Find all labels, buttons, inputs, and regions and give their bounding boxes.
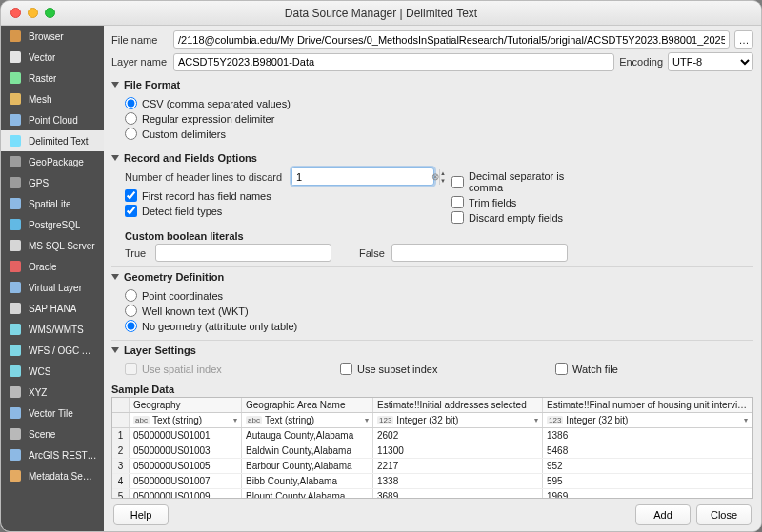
column-header[interactable]: Estimate!!Final number of housing unit i… bbox=[543, 398, 752, 412]
help-button[interactable]: Help bbox=[113, 504, 169, 525]
sidebar-item-label: Scene bbox=[29, 429, 55, 440]
spin-up-icon[interactable]: ▲ bbox=[440, 169, 446, 177]
sidebar-item-ms-sql-server[interactable]: MS SQL Server bbox=[1, 235, 104, 256]
true-input[interactable] bbox=[155, 244, 331, 262]
svg-rect-14 bbox=[10, 324, 21, 335]
svg-rect-13 bbox=[10, 303, 21, 314]
main-panel: File name … Layer name Encoding UTF-8 Fi… bbox=[104, 26, 761, 531]
sidebar-item-mesh[interactable]: Mesh bbox=[1, 89, 104, 109]
sidebar-item-virtual-layer[interactable]: Virtual Layer bbox=[1, 277, 104, 298]
sidebar-item-metadata-search[interactable]: Metadata Search bbox=[1, 465, 104, 486]
sidebar-item-label: GeoPackage bbox=[29, 157, 84, 167]
sidebar-item-point-cloud[interactable]: Point Cloud bbox=[1, 109, 104, 130]
geom-none-radio[interactable] bbox=[125, 320, 137, 332]
chevron-down-icon bbox=[111, 347, 119, 353]
sidebar-item-vector[interactable]: Vector bbox=[1, 47, 104, 68]
sidebar-item-oracle[interactable]: Oracle bbox=[1, 256, 104, 277]
svg-rect-11 bbox=[10, 261, 21, 272]
table-cell: 0500000US01003 bbox=[130, 443, 242, 458]
sidebar-item-wfs-ogc-api-features[interactable]: WFS / OGC API - Features bbox=[1, 340, 104, 361]
close-window-button[interactable] bbox=[10, 8, 21, 18]
geom-wkt-radio[interactable] bbox=[125, 305, 137, 317]
format-csv-label: CSV (comma separated values) bbox=[142, 98, 291, 109]
spin-down-icon[interactable]: ▼ bbox=[440, 177, 446, 185]
source-list-sidebar: BrowserVectorRasterMeshPoint CloudDelimi… bbox=[1, 26, 104, 531]
table-row: 20500000US01003Baldwin County,Alabama113… bbox=[112, 443, 752, 459]
geopackage-icon bbox=[8, 154, 23, 169]
virtual-layer-icon bbox=[8, 280, 23, 295]
sidebar-item-geopackage[interactable]: GeoPackage bbox=[1, 151, 104, 172]
trim-fields-checkbox[interactable] bbox=[451, 196, 464, 208]
encoding-select[interactable]: UTF-8 bbox=[668, 52, 753, 71]
sidebar-item-browser[interactable]: Browser bbox=[1, 26, 104, 47]
format-regex-radio[interactable] bbox=[125, 112, 137, 125]
sidebar-item-label: SAP HANA bbox=[29, 304, 76, 314]
window-title: Data Source Manager | Delimited Text bbox=[1, 7, 761, 20]
column-header[interactable]: Geographic Area Name bbox=[242, 398, 373, 412]
file-name-input[interactable] bbox=[173, 30, 730, 49]
svg-rect-18 bbox=[10, 407, 21, 419]
discard-empty-checkbox[interactable] bbox=[451, 211, 464, 224]
column-type-select[interactable]: 123Integer (32 bit) bbox=[373, 413, 543, 427]
layer-settings-header[interactable]: Layer Settings bbox=[111, 340, 753, 356]
column-header[interactable]: Estimate!!Initial addresses selected bbox=[373, 398, 543, 412]
decimal-comma-checkbox[interactable] bbox=[451, 176, 464, 188]
column-header[interactable]: Geography bbox=[130, 398, 242, 412]
pointcloud-icon bbox=[8, 112, 23, 128]
false-input[interactable] bbox=[391, 244, 568, 262]
detect-types-checkbox[interactable] bbox=[125, 205, 137, 217]
table-row: 40500000US01007Bibb County,Alabama133859… bbox=[112, 474, 752, 489]
svg-rect-1 bbox=[10, 51, 21, 63]
sidebar-item-scene[interactable]: Scene bbox=[1, 424, 104, 444]
zoom-window-button[interactable] bbox=[45, 8, 55, 18]
vectortile-icon bbox=[8, 405, 23, 421]
file-format-header[interactable]: File Format bbox=[111, 79, 753, 90]
format-custom-label: Custom delimiters bbox=[142, 128, 226, 140]
oracle-icon bbox=[8, 259, 23, 274]
add-button[interactable]: Add bbox=[635, 504, 691, 525]
header-lines-spinbox[interactable]: ⊗ ▲▼ bbox=[291, 167, 434, 186]
column-type-select[interactable]: abcText (string) bbox=[130, 413, 242, 427]
table-row: 10500000US01001Autauga County,Alabama260… bbox=[112, 428, 752, 443]
sidebar-item-vector-tile[interactable]: Vector Tile bbox=[1, 403, 104, 424]
clear-spin-icon[interactable]: ⊗ bbox=[431, 171, 439, 182]
table-cell: 595 bbox=[543, 474, 752, 488]
close-button[interactable]: Close bbox=[696, 504, 752, 525]
svg-rect-20 bbox=[10, 449, 21, 461]
column-type-select[interactable]: abcText (string) bbox=[242, 413, 373, 427]
sidebar-item-label: Point Cloud bbox=[29, 115, 78, 126]
watch-file-checkbox[interactable] bbox=[555, 363, 568, 375]
subset-index-checkbox[interactable] bbox=[340, 363, 352, 375]
sidebar-item-raster[interactable]: Raster bbox=[1, 68, 104, 89]
header-lines-label: Number of header lines to discard bbox=[125, 171, 287, 183]
format-csv-radio[interactable] bbox=[125, 97, 137, 109]
geom-point-radio[interactable] bbox=[125, 289, 137, 302]
sidebar-item-arcgis-rest-server[interactable]: ArcGIS REST Server bbox=[1, 444, 104, 465]
layer-name-input[interactable] bbox=[173, 53, 614, 71]
sidebar-item-spatialite[interactable]: SpatiaLite bbox=[1, 193, 104, 214]
table-cell: 11300 bbox=[373, 443, 543, 458]
sidebar-item-wcs[interactable]: WCS bbox=[1, 361, 104, 382]
sidebar-item-postgresql[interactable]: PostgreSQL bbox=[1, 214, 104, 235]
geometry-header[interactable]: Geometry Definition bbox=[111, 266, 753, 283]
svg-rect-0 bbox=[10, 30, 21, 42]
records-header[interactable]: Record and Fields Options bbox=[111, 148, 753, 164]
sidebar-item-gps[interactable]: GPS bbox=[1, 172, 104, 193]
column-type-select[interactable]: 123Integer (32 bit) bbox=[543, 413, 752, 427]
titlebar: Data Source Manager | Delimited Text bbox=[1, 1, 761, 26]
vector-icon bbox=[8, 49, 23, 65]
format-custom-radio[interactable] bbox=[125, 128, 137, 140]
sidebar-item-label: WFS / OGC API - Features bbox=[29, 345, 97, 356]
sidebar-item-wms-wmts[interactable]: WMS/WMTS bbox=[1, 319, 104, 340]
sidebar-item-xyz[interactable]: XYZ bbox=[1, 382, 104, 403]
file-name-label: File name bbox=[111, 34, 169, 46]
svg-rect-17 bbox=[10, 386, 21, 398]
table-cell: Barbour County,Alabama bbox=[242, 459, 373, 473]
minimize-window-button[interactable] bbox=[28, 8, 38, 18]
file-browse-button[interactable]: … bbox=[734, 30, 753, 49]
sidebar-item-sap-hana[interactable]: SAP HANA bbox=[1, 298, 104, 319]
first-record-checkbox[interactable] bbox=[125, 189, 137, 202]
svg-rect-16 bbox=[10, 365, 21, 377]
sidebar-item-delimited-text[interactable]: Delimited Text bbox=[1, 130, 104, 151]
sidebar-item-label: GPS bbox=[29, 178, 49, 188]
